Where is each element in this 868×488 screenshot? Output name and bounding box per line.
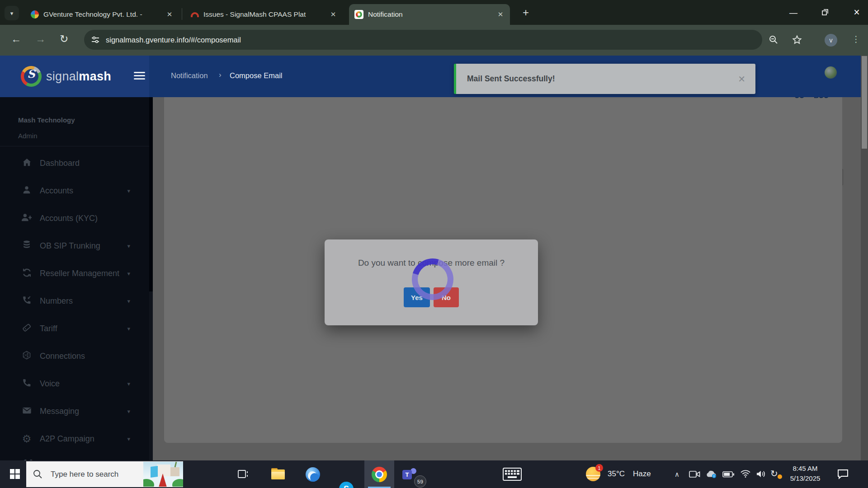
window-close-button[interactable]: × — [848, 6, 866, 19]
org-name: Mash Technology — [18, 116, 75, 124]
star-icon — [792, 35, 802, 45]
battery-icon — [722, 471, 735, 478]
taskbar-clock[interactable]: 8:45 AM 5/13/2025 — [780, 465, 830, 482]
page-scrollbar-thumb[interactable] — [862, 56, 867, 149]
sidebar-item-voice[interactable]: Voice ▾ — [0, 372, 149, 395]
battery-button[interactable] — [722, 471, 735, 478]
sidebar-item-dashboard[interactable]: Dashboard — [0, 152, 149, 174]
sidebar-toggle-button[interactable] — [134, 70, 145, 81]
screen: ▾ GVenture Technology Pvt. Ltd. - ✕ Issu… — [0, 0, 868, 488]
windows-logo-icon — [10, 469, 20, 479]
gventure-favicon — [31, 10, 39, 19]
chrome-button-active[interactable] — [364, 460, 394, 488]
success-toast: Mail Sent Successfully! ✕ — [454, 64, 755, 94]
user-role: Admin — [18, 132, 38, 140]
forward-button[interactable]: → — [35, 34, 46, 44]
browser-profile-avatar[interactable]: v — [825, 34, 837, 47]
signalmash-logo-icon[interactable]: S — [21, 66, 42, 87]
sidebar-item-connections[interactable]: Connections — [0, 345, 149, 367]
sidebar: Mash Technology Admin Dashboard Accounts… — [0, 97, 149, 460]
person-plus-icon — [21, 212, 33, 224]
new-tab-button[interactable]: + — [519, 6, 533, 20]
sidebar-item-accounts-kyc[interactable]: Accounts (KYC) — [0, 207, 149, 230]
teams-notification-badge: 59 — [414, 475, 426, 488]
chrome-icon — [372, 467, 387, 482]
weather-alert-badge: 1 — [595, 464, 603, 472]
chevron-down-icon: ▾ — [127, 436, 130, 442]
divider — [0, 146, 149, 146]
bookmark-button[interactable] — [792, 35, 802, 47]
sidebar-item-accounts[interactable]: Accounts ▾ — [0, 179, 149, 202]
toast-close-button[interactable]: ✕ — [738, 74, 745, 84]
refresh-icon — [21, 267, 33, 280]
sync-icon: ↻ — [770, 469, 778, 479]
person-icon — [21, 185, 33, 197]
window-restore-button[interactable] — [816, 9, 834, 17]
chevron-down-icon: ▾ — [127, 408, 130, 415]
forward-arrow-icon: → — [35, 33, 46, 45]
plus-icon: + — [523, 6, 529, 19]
onedrive-button[interactable]: i — [705, 470, 717, 479]
touch-keyboard-button[interactable] — [503, 468, 522, 481]
tab-separator — [182, 8, 182, 20]
sidebar-item-numbers[interactable]: Numbers ▾ — [0, 290, 149, 312]
sidebar-item-ob-sip-trunking[interactable]: OB SIP Trunking ▾ — [0, 235, 149, 257]
search-icon — [33, 469, 42, 479]
windows-taskbar: S T 59 1 35°C Haze ∧ i — [0, 460, 868, 488]
user-avatar[interactable] — [825, 66, 837, 79]
cloud-icon: i — [705, 470, 717, 479]
reload-button[interactable]: ↻ — [60, 34, 68, 44]
database-icon — [21, 240, 33, 252]
task-view-icon — [237, 469, 249, 479]
back-arrow-icon: ← — [11, 33, 21, 45]
breadcrumb-chevron-icon: › — [219, 70, 222, 80]
breadcrumb-page: Compose Email — [230, 71, 282, 80]
close-icon[interactable]: ✕ — [496, 10, 505, 19]
close-icon[interactable]: ✕ — [165, 10, 174, 19]
wifi-icon — [740, 469, 751, 478]
tag-icon — [21, 323, 33, 334]
browser-menu-button[interactable]: ⋮ — [852, 34, 860, 44]
skype-button[interactable]: S — [339, 482, 354, 488]
action-center-button[interactable] — [837, 469, 849, 479]
browser-tab-1[interactable]: GVenture Technology Pvt. Ltd. - ✕ — [25, 4, 179, 25]
meet-now-button[interactable] — [689, 470, 700, 478]
hexagon-network-icon — [21, 350, 33, 362]
chevron-down-icon: ▾ — [127, 298, 130, 305]
chevron-up-icon: ∧ — [675, 470, 679, 478]
task-view-button[interactable] — [237, 469, 249, 479]
start-button[interactable] — [10, 469, 20, 479]
search-highlight-image[interactable] — [143, 462, 183, 487]
sidebar-scrollbar-thumb[interactable] — [149, 97, 153, 291]
address-bar[interactable]: signalmash.gventure.info/#/composemail — [84, 30, 762, 50]
close-icon[interactable]: ✕ — [329, 10, 337, 19]
browser-tab-2[interactable]: Issues - SignalMash CPAAS Plat ✕ — [185, 4, 343, 25]
close-icon: × — [854, 6, 859, 18]
file-explorer-button[interactable] — [271, 468, 285, 480]
chevron-down-icon: ▾ — [127, 270, 130, 277]
sidebar-item-reseller-management[interactable]: Reseller Management ▾ — [0, 262, 149, 285]
window-minimize-button[interactable]: — — [784, 8, 802, 18]
sidebar-item-tariff[interactable]: Tariff ▾ — [0, 317, 149, 340]
home-icon — [21, 157, 33, 169]
weather-condition[interactable]: Haze — [633, 469, 651, 479]
reload-icon: ↻ — [60, 33, 68, 45]
back-button[interactable]: ← — [11, 34, 21, 44]
breadcrumb-section[interactable]: Notification — [171, 71, 208, 80]
site-info-icon[interactable] — [91, 36, 99, 44]
thunderbird-button[interactable] — [306, 467, 320, 482]
sidebar-item-a2p-campaign[interactable]: ⚙ A2P Campaign ▾ — [0, 427, 149, 450]
browser-toolbar: ← → ↻ signalmash.gventure.info/#/compose… — [0, 25, 868, 56]
browser-tab-active[interactable]: Notification ✕ — [349, 4, 510, 25]
wifi-button[interactable] — [740, 469, 751, 478]
sidebar-item-messaging[interactable]: Messaging ▾ — [0, 400, 149, 422]
volume-button[interactable] — [756, 470, 766, 478]
chevron-down-icon: ▾ — [127, 325, 130, 332]
gear-icon: ⚙ — [21, 433, 33, 445]
chevron-down-icon: ▾ — [127, 243, 130, 249]
tab-search-button[interactable]: ▾ — [5, 6, 19, 20]
zoom-indicator-button[interactable] — [769, 35, 778, 47]
tray-expand-button[interactable]: ∧ — [675, 470, 679, 479]
phone-icon — [21, 378, 33, 389]
weather-temp[interactable]: 35°C — [608, 469, 625, 479]
